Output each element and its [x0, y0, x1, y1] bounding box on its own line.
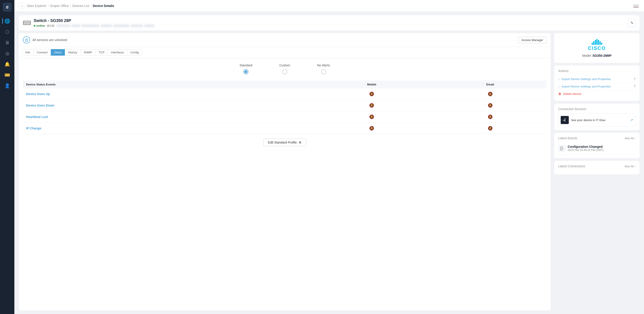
- standard-radio[interactable]: [244, 69, 248, 74]
- email-goes-up[interactable]: 🔕: [434, 88, 546, 100]
- tab-config[interactable]: Config: [127, 49, 142, 56]
- breadcrumb-sep-2: /: [70, 4, 71, 8]
- book-icon[interactable]: 📖: [632, 2, 640, 9]
- mobile-goes-down[interactable]: 🔕: [310, 100, 434, 111]
- import-action[interactable]: ↑ Import Device Settings and Properties …: [558, 83, 636, 90]
- mobile-goes-up[interactable]: 🔕: [310, 88, 434, 100]
- tab-connect[interactable]: Connect: [34, 49, 51, 56]
- device-meta: online @192: [34, 24, 636, 27]
- standard-label: Standard: [240, 63, 252, 67]
- edit-standard-profile-button[interactable]: Edit Standard Profile ⚙: [263, 139, 306, 146]
- event-title: Configuration Changed: [568, 145, 604, 148]
- chevron-right-icon: ›: [634, 137, 636, 140]
- upload-icon: ↑: [558, 84, 560, 88]
- delete-label: Delete Device: [563, 92, 636, 95]
- col-mobile: Mobile: [310, 80, 434, 88]
- sidebar-item-globe2[interactable]: ◎: [2, 48, 12, 58]
- bell-slash-icon-6: 🔕: [488, 115, 493, 119]
- standard-radio-inner: [244, 70, 247, 73]
- content: Switch - SG350 28P online @192: [14, 12, 644, 314]
- tag-5: [114, 24, 129, 27]
- latest-connections-title: Latest Connections: [558, 164, 585, 168]
- connections-see-all-button[interactable]: See All ›: [624, 165, 636, 168]
- download-icon: ↓: [558, 77, 560, 81]
- bar-1: [592, 43, 593, 45]
- sidebar-item-sites[interactable]: 🌐: [2, 16, 12, 26]
- sidebar-item-tickets[interactable]: 🎫: [2, 70, 12, 80]
- sidebar-item-user[interactable]: 👤: [2, 81, 12, 91]
- latest-connections-header: Latest Connections See All ›: [558, 164, 636, 168]
- sidebar-nav: 🌐 ⬡ 🖥 ◎ 🔔 🎫 👤: [0, 16, 14, 91]
- breadcrumb-draper[interactable]: Draper Office: [50, 4, 69, 8]
- email-heartbeat[interactable]: 🔕: [434, 111, 546, 123]
- main-area: ‹ Sites Explorer / Draper Office / Devic…: [14, 0, 644, 314]
- device-tabs: Info Connect Alerts History SNMP TCP Int…: [19, 47, 550, 58]
- tab-alerts[interactable]: Alerts: [51, 49, 65, 56]
- latest-events-header: Latest Events See All ›: [558, 136, 636, 140]
- cisco-model: Model: SG350-28MP: [582, 54, 612, 57]
- sidebar-item-monitor[interactable]: 🖥: [2, 38, 12, 47]
- sidebar-item-topology[interactable]: ⬡: [2, 27, 12, 37]
- device-info: Switch - SG350 28P online @192: [34, 18, 636, 27]
- col-email: Email: [434, 80, 546, 88]
- access-manager-button[interactable]: Access Manager: [518, 37, 546, 43]
- mobile-heartbeat[interactable]: 🔕: [310, 111, 434, 123]
- tag-4: [101, 24, 112, 27]
- tab-interfaces[interactable]: Interfaces: [108, 49, 127, 56]
- option-no-alerts[interactable]: No Alerts: [317, 63, 330, 74]
- it-glue-item[interactable]: See your device in IT Glue ↗: [558, 113, 636, 126]
- custom-label: Custom: [279, 63, 290, 67]
- tag-7: [144, 24, 154, 27]
- device-header: Switch - SG350 28P online @192: [19, 15, 640, 30]
- event-ip-change: IP Change: [23, 123, 310, 134]
- table-row: IP Change 🔕 🔕: [23, 123, 546, 134]
- export-action[interactable]: ↓ Export Device Settings and Properties …: [558, 75, 636, 83]
- export-label: Export Device Settings and Properties: [562, 77, 632, 81]
- custom-radio[interactable]: [282, 69, 287, 74]
- no-alerts-radio[interactable]: [321, 69, 326, 74]
- svg-point-9: [26, 40, 27, 41]
- events-table: Device Status Events Mobile Email Device…: [23, 80, 546, 134]
- email-goes-down[interactable]: 🔕: [434, 100, 546, 111]
- option-standard[interactable]: Standard: [240, 63, 252, 74]
- bar-6: [600, 41, 601, 45]
- tag-2: [71, 24, 80, 27]
- monitor-icon: 🖥: [5, 40, 10, 45]
- actions-title: Actions: [558, 69, 636, 73]
- user-icon: 👤: [4, 83, 10, 88]
- app-logo[interactable]: d: [3, 3, 12, 12]
- bell-slash-icon-5: 🔕: [369, 115, 374, 119]
- tab-tcp[interactable]: TCP: [95, 49, 108, 56]
- cisco-brand-text: CISCO: [588, 45, 606, 51]
- edit-device-button[interactable]: ✎: [628, 19, 636, 27]
- latest-connections-panel: Latest Connections See All ›: [554, 161, 640, 174]
- delete-action[interactable]: 🗑 Delete Device: [558, 90, 636, 97]
- option-custom[interactable]: Custom: [279, 63, 290, 74]
- access-text: All services are unlocked: [32, 38, 67, 42]
- tab-info[interactable]: Info: [22, 49, 34, 56]
- tab-snmp[interactable]: SNMP: [80, 49, 96, 56]
- breadcrumb-sep-1: /: [48, 4, 49, 8]
- alerts-content: Standard Custom No Alerts: [19, 58, 550, 156]
- sidebar-item-bell[interactable]: 🔔: [2, 59, 12, 69]
- right-panel: CISCO Model: SG350-28MP Actions ↓ Export…: [554, 33, 640, 311]
- back-button[interactable]: ‹: [19, 3, 25, 9]
- topbar-right: 📖: [632, 2, 640, 9]
- mobile-ip-change[interactable]: 🔕: [310, 123, 434, 134]
- sidebar: d 🌐 ⬡ 🖥 ◎ 🔔 🎫 👤: [0, 0, 14, 314]
- email-ip-change[interactable]: 🔕: [434, 123, 546, 134]
- external-link-icon: ↗: [630, 118, 633, 122]
- device-title: Switch - SG350 28P: [34, 18, 636, 23]
- it-glue-logo: [561, 116, 569, 124]
- tab-history[interactable]: History: [65, 49, 80, 56]
- svg-rect-13: [563, 120, 565, 122]
- breadcrumb-sites[interactable]: Sites Explorer: [27, 4, 46, 8]
- bell-slash-icon-3: 🔕: [369, 103, 374, 108]
- device-ip: @192: [47, 24, 54, 27]
- status-dot: [34, 25, 36, 27]
- events-see-all-button[interactable]: See All ›: [624, 137, 636, 140]
- circle-icon: ◎: [6, 51, 9, 56]
- breadcrumb-devices[interactable]: Devices List: [72, 4, 89, 8]
- event-date: 2023 Feb 25 09:23 PM (GMT): [568, 148, 604, 152]
- left-panel: All services are unlocked Access Manager…: [19, 33, 550, 311]
